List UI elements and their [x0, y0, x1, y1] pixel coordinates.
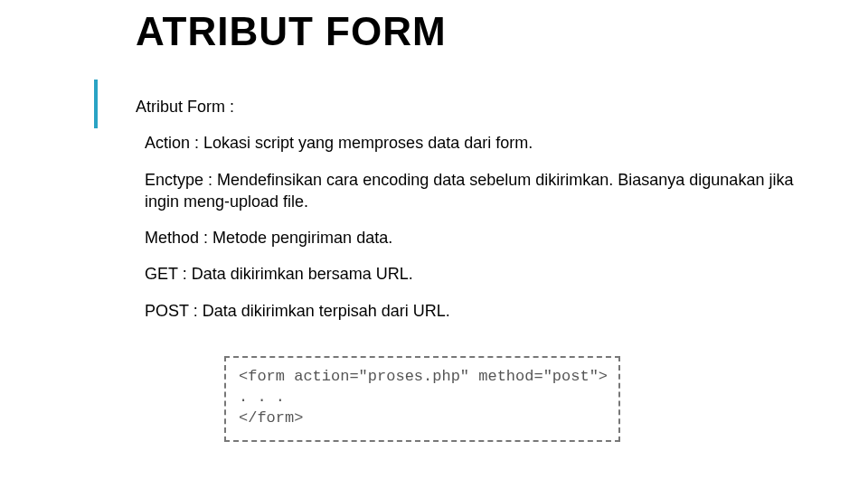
- content-block: Atribut Form : Action : Lokasi script ya…: [136, 96, 805, 336]
- item-method: Method : Metode pengiriman data.: [145, 227, 805, 249]
- code-line-2: . . .: [239, 389, 285, 406]
- item-action: Action : Lokasi script yang memproses da…: [145, 132, 805, 154]
- accent-bar: [94, 80, 98, 128]
- item-get: GET : Data dikirimkan bersama URL.: [145, 263, 805, 285]
- code-line-1: <form action="proses.php" method="post">: [239, 368, 608, 385]
- intro-text: Atribut Form :: [136, 96, 805, 117]
- item-post: POST : Data dikirimkan terpisah dari URL…: [145, 300, 805, 322]
- slide-title: ATRIBUT FORM: [136, 9, 447, 54]
- slide: ATRIBUT FORM Atribut Form : Action : Lok…: [0, 0, 868, 488]
- code-line-3: </form>: [239, 409, 303, 427]
- item-enctype: Enctype : Mendefinsikan cara encoding da…: [145, 169, 805, 213]
- code-snippet: <form action="proses.php" method="post">…: [224, 356, 620, 442]
